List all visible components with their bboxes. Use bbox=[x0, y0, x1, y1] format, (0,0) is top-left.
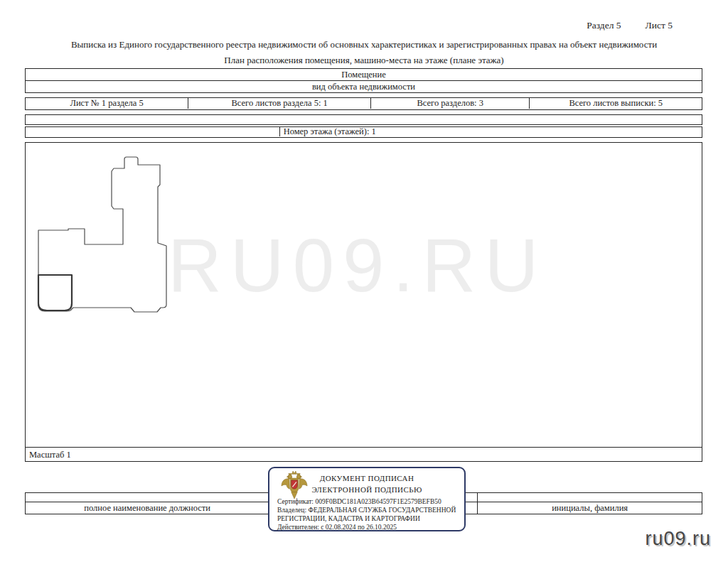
sheet-number: Лист 5 bbox=[646, 20, 673, 31]
sheet-info-cell: Лист № 1 раздела 5 bbox=[26, 98, 188, 109]
signature-empty-cell bbox=[477, 493, 702, 502]
floor-number-empty-cell bbox=[26, 127, 279, 136]
object-kind-table: Помещение вид объекта недвижимости bbox=[25, 68, 702, 93]
document-title: Выписка из Единого государственного реес… bbox=[0, 39, 728, 50]
digital-signature-stamp: ДОКУМЕНТ ПОДПИСАН ЭЛЕКТРОННОЙ ПОДПИСЬЮ С… bbox=[268, 467, 466, 531]
sheet-info-cell: Всего разделов: 3 bbox=[370, 98, 529, 109]
empty-band-row bbox=[25, 114, 702, 125]
signature-empty-cell bbox=[26, 493, 269, 502]
page-header-right: Раздел 5 Лист 5 bbox=[587, 20, 673, 31]
stamp-validity: Действителен: с 02.08.2024 по 26.10.2025 bbox=[277, 523, 464, 531]
coat-of-arms-icon bbox=[281, 470, 308, 500]
sheet-info-table: Лист № 1 раздела 5 Всего листов раздела … bbox=[25, 97, 702, 110]
object-kind-value: Помещение bbox=[26, 69, 702, 80]
sheet-info-cell: Всего листов раздела 5: 1 bbox=[188, 98, 370, 109]
floor-plan-area: RU09.RU bbox=[26, 143, 702, 446]
floor-plan-drawing bbox=[26, 143, 176, 318]
floor-plan-box: RU09.RU Масштаб 1 bbox=[25, 142, 702, 462]
document-page: Раздел 5 Лист 5 Выписка из Единого госуд… bbox=[0, 0, 728, 562]
stamp-owner-line2: РЕГИСТРАЦИИ, КАДАСТРА И КАРТОГРАФИИ bbox=[277, 514, 464, 523]
scale-label: Масштаб 1 bbox=[26, 447, 702, 461]
object-kind-caption: вид объекта недвижимости bbox=[26, 81, 702, 92]
position-label: полное наименование должности bbox=[26, 502, 269, 514]
name-label: инициалы, фамилия bbox=[477, 502, 702, 514]
stamp-owner-line1: Владелец: ФЕДЕРАЛЬНАЯ СЛУЖБА ГОСУДАРСТВЕ… bbox=[277, 506, 464, 514]
floor-number-table: Номер этажа (этажей): 1 bbox=[25, 126, 702, 138]
site-logo: ru09.ru bbox=[645, 528, 711, 550]
section-number: Раздел 5 bbox=[587, 20, 621, 31]
sheet-info-cell: Всего листов выписки: 5 bbox=[529, 98, 702, 109]
document-subtitle: План расположения помещения, машино-мест… bbox=[0, 55, 728, 66]
watermark-text: RU09.RU bbox=[168, 227, 547, 305]
floor-number-value: Номер этажа (этажей): 1 bbox=[279, 127, 702, 136]
